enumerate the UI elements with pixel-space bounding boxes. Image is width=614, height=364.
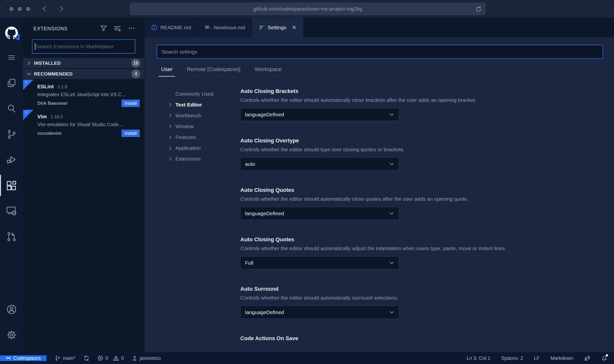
- chevron-down-icon: [389, 161, 394, 167]
- account-icon[interactable]: [0, 297, 23, 322]
- problems-indicator[interactable]: 0 0: [97, 355, 124, 361]
- section-recommended[interactable]: RECOMMENDED 4: [23, 69, 144, 79]
- setting-auto-closing-quotes-1: Auto Closing Quotes Controls whether the…: [240, 187, 603, 220]
- chevron-right-icon: [27, 61, 31, 66]
- extension-description: Integrates ESLint JavaScript into VS C..…: [37, 92, 140, 97]
- install-button[interactable]: Install: [122, 100, 140, 107]
- back-icon[interactable]: [41, 5, 48, 12]
- settings-search-input[interactable]: [157, 45, 603, 59]
- chevron-right-icon: [168, 135, 175, 140]
- extensions-search-box[interactable]: [32, 39, 135, 54]
- vscode-logo-icon: [13, 33, 20, 41]
- scope-tab-remote[interactable]: Remote [Codespaces]: [187, 66, 240, 76]
- chevron-down-icon: [27, 72, 31, 76]
- extension-list-item-vim[interactable]: ☆ Vim 1.16.0 Vim emulation for Visual St…: [23, 110, 144, 140]
- section-installed[interactable]: INSTALLED 16: [23, 58, 144, 68]
- window-zoom-button[interactable]: [26, 6, 31, 12]
- section-label: INSTALLED: [34, 61, 61, 66]
- feedback-button[interactable]: [584, 355, 590, 361]
- chevron-down-icon: [389, 260, 394, 266]
- toc-window[interactable]: Window: [168, 121, 240, 132]
- remote-explorer-icon[interactable]: [0, 198, 23, 224]
- run-debug-icon[interactable]: [0, 147, 23, 173]
- toc-commonly-used[interactable]: Commonly Used: [168, 89, 240, 99]
- toc-application[interactable]: Application: [168, 143, 240, 153]
- cursor-position[interactable]: Ln 3, Col 1: [467, 355, 491, 361]
- browser-window: github.com/codespaces/user-my-project-mg…: [0, 0, 614, 364]
- window-controls[interactable]: [9, 6, 31, 12]
- setting-dropdown[interactable]: auto: [240, 157, 399, 170]
- install-button[interactable]: Install: [122, 130, 140, 137]
- error-icon: [97, 355, 103, 361]
- editor-area: README.md M↓ NewIssue.md Settings ✕ User…: [144, 18, 614, 352]
- recommended-count-badge: 4: [132, 70, 140, 78]
- settings-list: Auto Closing Brackets Controls whether t…: [240, 77, 603, 352]
- setting-auto-closing-brackets: Auto Closing Brackets Controls whether t…: [240, 88, 603, 121]
- chevron-right-icon: [168, 124, 175, 129]
- info-icon: [151, 25, 157, 30]
- window-close-button[interactable]: [9, 6, 14, 12]
- setting-dropdown[interactable]: languageDefined: [240, 108, 399, 121]
- explorer-icon[interactable]: [0, 70, 23, 96]
- installed-count-badge: 16: [131, 59, 140, 67]
- markdown-icon: M↓: [205, 25, 211, 30]
- setting-dropdown[interactable]: Full: [240, 256, 399, 269]
- extensions-icon[interactable]: [0, 173, 23, 198]
- chevron-down-icon: [389, 211, 394, 216]
- source-control-icon[interactable]: [0, 121, 23, 147]
- chevron-right-icon: [168, 103, 175, 107]
- warning-count: 0: [121, 355, 124, 361]
- eol-sequence[interactable]: LF: [534, 355, 539, 361]
- close-tab-icon[interactable]: ✕: [292, 25, 296, 30]
- url-text: github.com/codespaces/user-my-project-mg…: [253, 6, 362, 12]
- toc-workbench[interactable]: Workbench: [168, 110, 240, 121]
- activity-bar: [0, 18, 23, 352]
- settings-list-icon: [259, 25, 264, 30]
- tab-label: README.md: [160, 25, 191, 30]
- setting-dropdown[interactable]: languageDefined: [240, 207, 399, 220]
- tab-readme[interactable]: README.md: [144, 18, 198, 37]
- toc-extensions[interactable]: Extensions: [168, 153, 240, 164]
- settings-toc: Commonly Used Text Editor Workbench Wind…: [157, 77, 240, 352]
- github-codespaces-logo: [0, 21, 23, 45]
- scope-tab-workspace[interactable]: Workspace: [255, 66, 282, 76]
- menu-hamburger-icon[interactable]: [0, 45, 23, 70]
- chevron-down-icon: [389, 310, 394, 315]
- settings-editor: User Remote [Codespaces] Workspace Commo…: [144, 37, 614, 352]
- remote-indicator[interactable]: >< Codespaces: [0, 355, 46, 361]
- notifications-button[interactable]: [601, 355, 608, 361]
- tab-label: NewIssue.md: [214, 25, 245, 30]
- reload-icon[interactable]: [475, 6, 482, 13]
- setting-code-actions-on-save: Code Actions On Save: [240, 335, 603, 342]
- user-indicator[interactable]: jasonetco: [132, 355, 161, 361]
- extension-name: ESLint: [37, 84, 54, 90]
- setting-auto-surround: Auto Surround Controls whether the edito…: [240, 286, 603, 319]
- setting-dropdown[interactable]: languageDefined: [240, 306, 399, 319]
- window-minimize-button[interactable]: [17, 6, 22, 12]
- indentation[interactable]: Spaces: 2: [501, 355, 523, 361]
- tab-settings[interactable]: Settings ✕: [252, 18, 304, 37]
- remote-icon: ><: [6, 355, 10, 361]
- tab-newissue[interactable]: M↓ NewIssue.md: [198, 18, 252, 37]
- branch-indicator[interactable]: main*: [55, 355, 75, 361]
- language-mode[interactable]: Markdown: [551, 355, 573, 361]
- setting-auto-closing-overtype: Auto Closing Overtype Controls whether t…: [240, 137, 603, 170]
- more-actions-icon[interactable]: [128, 25, 135, 32]
- error-count: 0: [106, 355, 108, 361]
- manage-gear-icon[interactable]: [0, 322, 23, 348]
- sync-button[interactable]: [83, 355, 90, 361]
- extensions-search-input[interactable]: [36, 44, 132, 49]
- extension-list-item-eslint[interactable]: ☆ ESLint 2.1.8 Integrates ESLint JavaScr…: [23, 80, 144, 110]
- toc-features[interactable]: Features: [168, 132, 240, 143]
- forward-icon[interactable]: [58, 5, 65, 12]
- search-icon[interactable]: [0, 96, 23, 121]
- address-bar[interactable]: github.com/codespaces/user-my-project-mg…: [130, 3, 486, 15]
- filter-icon[interactable]: [100, 25, 107, 32]
- scope-tab-user[interactable]: User: [161, 66, 172, 76]
- feedback-icon: [584, 355, 590, 361]
- toc-text-editor[interactable]: Text Editor: [168, 99, 240, 110]
- github-pull-requests-icon[interactable]: [0, 224, 23, 249]
- section-label: RECOMMENDED: [34, 71, 73, 77]
- clear-extension-search-icon[interactable]: [114, 25, 122, 32]
- remote-label: Codespaces: [13, 355, 41, 361]
